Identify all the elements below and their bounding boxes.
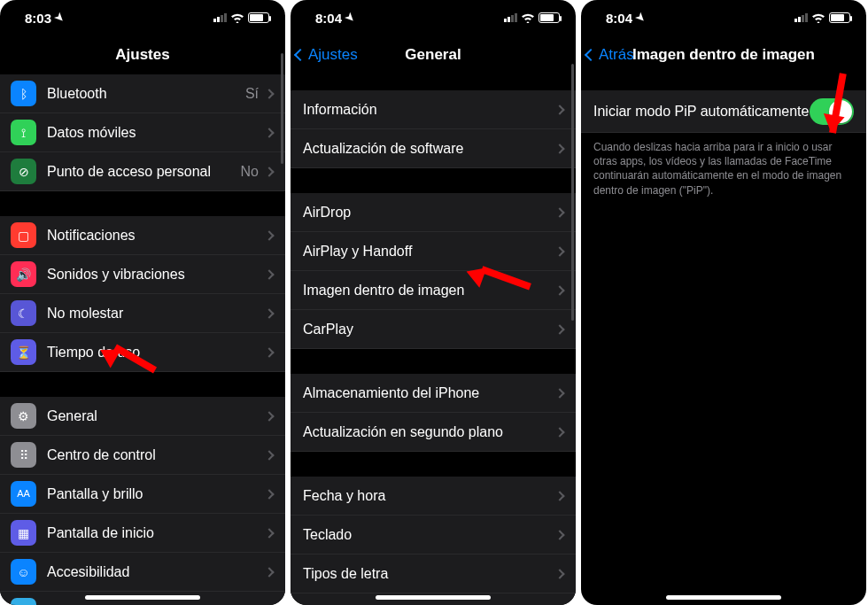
home-indicator[interactable] (376, 595, 491, 600)
chevron-right-icon (264, 308, 274, 318)
row-value: No (241, 164, 259, 180)
chevron-right-icon (264, 528, 274, 538)
cellular-signal-icon (213, 13, 227, 22)
row-label: Tipos de letra (303, 566, 556, 582)
hotspot-icon: ⊘ (11, 159, 36, 184)
row-fonts[interactable]: Tipos de letra (291, 555, 576, 593)
row-label: Datos móviles (47, 125, 266, 141)
chevron-right-icon (554, 427, 564, 437)
home-grid-icon: ▦ (11, 520, 36, 546)
row-sounds[interactable]: 🔊 Sonidos y vibraciones (0, 255, 285, 294)
row-home-screen[interactable]: ▦ Pantalla de inicio (0, 514, 285, 553)
battery-icon (248, 12, 269, 23)
row-pip[interactable]: Imagen dentro de imagen (291, 271, 576, 310)
pip-list: Iniciar modo PiP automáticamente Cuando … (581, 74, 866, 198)
toggle-pip-auto[interactable] (810, 98, 854, 125)
hourglass-icon: ⏳ (11, 339, 36, 365)
row-screen-time[interactable]: ⏳ Tiempo de uso (0, 333, 285, 372)
row-storage[interactable]: Almacenamiento del iPhone (291, 374, 576, 413)
phone-settings-root: 8:03 ➤ Ajustes ᛒ Bluetooth Sí ⟟ Datos m (0, 0, 285, 605)
settings-list: ᛒ Bluetooth Sí ⟟ Datos móviles ⊘ Punto d… (0, 74, 285, 605)
row-background-refresh[interactable]: Actualización en segundo plano (291, 413, 576, 452)
chevron-right-icon (554, 569, 564, 578)
row-label: Bluetooth (47, 86, 245, 102)
chevron-right-icon (264, 230, 274, 240)
home-indicator[interactable] (85, 595, 200, 600)
status-bar: 8:04 ➤ (291, 0, 576, 35)
row-label: General (47, 408, 266, 424)
chevron-right-icon (264, 269, 274, 279)
row-accessibility[interactable]: ☺ Accesibilidad (0, 553, 285, 592)
nav-bar: Atrás Imagen dentro de imagen (581, 35, 866, 74)
row-pip-auto: Iniciar modo PiP automáticamente (581, 90, 866, 133)
wallpaper-icon: ✿ (11, 598, 36, 605)
row-label: Pantalla de inicio (47, 525, 266, 541)
row-label: Actualización de software (303, 141, 556, 157)
status-bar: 8:04 ➤ (581, 0, 866, 35)
row-notifications[interactable]: ▢ Notificaciones (0, 216, 285, 255)
chevron-right-icon (554, 207, 564, 217)
accessibility-icon: ☺ (11, 559, 36, 585)
back-label: Ajustes (308, 46, 358, 64)
bluetooth-icon: ᛒ (11, 81, 36, 106)
gear-icon: ⚙ (11, 403, 36, 429)
chevron-right-icon (264, 450, 274, 460)
row-about[interactable]: Información (291, 90, 576, 129)
row-label: AirPlay y Handoff (303, 244, 556, 260)
row-software-update[interactable]: Actualización de software (291, 129, 576, 168)
row-control-center[interactable]: ⠿ Centro de control (0, 436, 285, 475)
chevron-right-icon (264, 489, 274, 499)
cellular-signal-icon (504, 13, 517, 22)
row-label: Actualización en segundo plano (303, 424, 556, 440)
chevron-right-icon (264, 128, 274, 137)
status-time: 8:04 (606, 11, 632, 26)
chevron-left-icon (294, 49, 306, 61)
row-value: Sí (245, 86, 259, 102)
cellular-signal-icon (794, 13, 808, 22)
nav-bar: Ajustes General (291, 35, 576, 74)
chevron-right-icon (554, 324, 564, 334)
back-label: Atrás (599, 46, 634, 64)
row-general[interactable]: ⚙ General (0, 397, 285, 436)
row-label: CarPlay (303, 322, 556, 337)
chevron-right-icon (554, 105, 564, 114)
wifi-icon (521, 12, 535, 23)
chevron-right-icon (554, 143, 564, 153)
row-airdrop[interactable]: AirDrop (291, 193, 576, 232)
row-bluetooth[interactable]: ᛒ Bluetooth Sí (0, 74, 285, 113)
row-date-time[interactable]: Fecha y hora (291, 477, 576, 516)
scroll-indicator[interactable] (281, 53, 283, 164)
row-label: Teclado (303, 527, 556, 543)
row-label: Centro de control (47, 447, 266, 463)
chevron-right-icon (264, 89, 274, 98)
wifi-icon (230, 12, 244, 23)
notifications-icon: ▢ (11, 222, 36, 248)
location-icon: ➤ (52, 11, 67, 26)
row-keyboard[interactable]: Teclado (291, 516, 576, 555)
row-hotspot[interactable]: ⊘ Punto de acceso personal No (0, 152, 285, 191)
row-dnd[interactable]: ☾ No molestar (0, 294, 285, 333)
scroll-indicator[interactable] (571, 64, 574, 321)
wifi-icon (811, 12, 825, 23)
status-time: 8:04 (315, 11, 342, 26)
row-carplay[interactable]: CarPlay (291, 310, 576, 349)
antenna-icon: ⟟ (11, 120, 36, 145)
section-footer-text: Cuando deslizas hacia arriba para ir a i… (581, 133, 866, 198)
row-label: AirDrop (303, 205, 556, 221)
chevron-right-icon (264, 567, 274, 577)
home-indicator[interactable] (666, 595, 781, 600)
row-mobile-data[interactable]: ⟟ Datos móviles (0, 113, 285, 152)
chevron-right-icon (554, 388, 564, 398)
sounds-icon: 🔊 (11, 261, 36, 287)
back-button[interactable]: Atrás (586, 35, 634, 74)
row-label: Accesibilidad (47, 564, 266, 580)
row-display[interactable]: AA Pantalla y brillo (0, 475, 285, 514)
moon-icon: ☾ (11, 300, 36, 326)
phone-pip: 8:04 ➤ Atrás Imagen dentro de imagen Ini… (581, 0, 866, 605)
chevron-right-icon (554, 246, 564, 256)
location-icon: ➤ (343, 11, 358, 26)
row-label: Sonidos y vibraciones (47, 267, 266, 283)
back-button[interactable]: Ajustes (296, 35, 358, 74)
row-label: Iniciar modo PiP automáticamente (593, 104, 810, 120)
row-airplay[interactable]: AirPlay y Handoff (291, 232, 576, 271)
